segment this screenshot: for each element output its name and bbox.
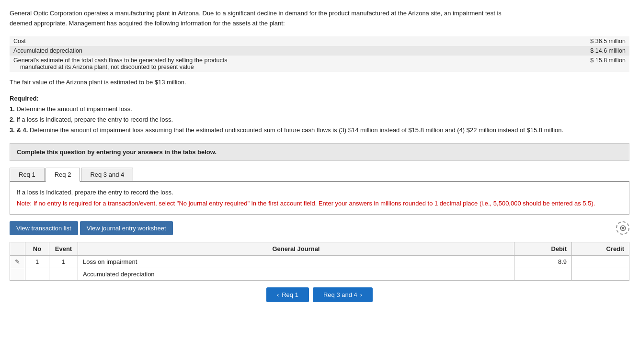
action-buttons-row: View transaction list View journal entry… [10,221,629,235]
col-event-header: Event [49,242,78,255]
view-journal-entry-worksheet-button[interactable]: View journal entry worksheet [80,221,173,235]
tab-req3and4[interactable]: Req 3 and 4 [81,168,133,181]
col-debit-header: Debit [514,242,572,255]
col-credit-header: Credit [572,242,629,255]
arrow-left-icon [277,291,279,298]
label-cash-flows: General's estimate of the total cash flo… [10,56,529,72]
row1-credit [572,255,629,268]
data-table: Cost $ 36.5 million Accumulated deprecia… [10,36,629,72]
required-title: Required: [10,95,39,102]
next-button[interactable]: Req 3 and 4 [313,287,373,302]
required-section: Required: 1. Determine the amount of imp… [10,93,629,136]
nav-buttons-row: Req 1 Req 3 and 4 [10,287,629,302]
prev-label: Req 1 [282,291,298,298]
col-general-journal-header: General Journal [78,242,514,255]
prev-button[interactable]: Req 1 [266,287,309,302]
table-row: Accumulated depreciation [10,268,629,280]
close-icon[interactable]: ⊗ [616,221,629,235]
intro-text: General Optic Corporation operates a man… [10,9,517,29]
row1-event: 1 [49,255,78,268]
row1-general-journal: Loss on impairment [78,255,514,268]
table-row: General's estimate of the total cash flo… [10,56,629,72]
col-no-header: No [25,242,49,255]
req-item-1: 1. Determine the amount of impairment lo… [10,105,132,113]
req-item-2: 2. If a loss is indicated, prepare the e… [10,116,173,123]
row2-debit [514,268,572,280]
fair-value-text: The fair value of the Arizona plant is e… [10,79,629,86]
complete-box: Complete this question by entering your … [10,143,629,161]
table-row: Cost $ 36.5 million [10,36,629,46]
value-cost: $ 36.5 million [529,36,629,46]
row1-no: 1 [25,255,49,268]
row2-event [49,268,78,280]
row2-general-journal: Accumulated depreciation [78,268,514,280]
row1-debit: 8.9 [514,255,572,268]
view-transaction-list-button[interactable]: View transaction list [10,221,78,235]
label-cost: Cost [10,36,529,46]
arrow-right-icon [360,291,362,298]
row2-no [25,268,49,280]
next-label: Req 3 and 4 [323,291,357,298]
row2-credit [572,268,629,280]
value-accum-dep: $ 14.6 million [529,46,629,56]
tab-content: If a loss is indicated, prepare the entr… [10,182,629,215]
table-row: Accumulated depreciation $ 14.6 million [10,46,629,56]
note-text: Note: If no entry is required for a tran… [17,199,622,208]
value-cash-flows: $ 15.8 million [529,56,629,72]
instruction-text: If a loss is indicated, prepare the entr… [17,188,622,197]
req-item-3: 3. & 4. Determine the amount of impairme… [10,126,563,134]
edit-icon-2 [10,268,25,280]
journal-table: No Event General Journal Debit Credit ✎ … [10,242,629,281]
tab-req1[interactable]: Req 1 [10,168,45,181]
col-edit [10,242,25,255]
label-accum-dep: Accumulated depreciation [10,46,529,56]
tab-req2[interactable]: Req 2 [46,168,80,182]
edit-icon[interactable]: ✎ [10,255,25,268]
table-row: ✎ 1 1 Loss on impairment 8.9 [10,255,629,268]
tabs-row: Req 1 Req 2 Req 3 and 4 [10,168,629,182]
